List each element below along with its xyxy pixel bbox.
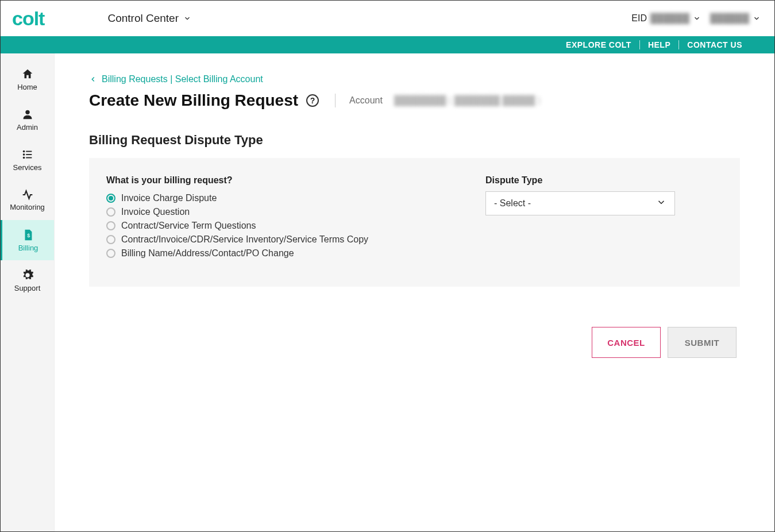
user-name: ██████ [710,13,749,24]
radio-icon [106,235,115,244]
sidebar-item-label: Admin [17,123,38,132]
help-link[interactable]: HELP [648,40,670,49]
svg-rect-6 [26,157,32,158]
radio-icon [106,194,115,203]
dispute-type-label: Dispute Type [485,175,687,186]
explore-link[interactable]: EXPLORE COLT [566,40,631,49]
radio-label: Invoice Question [121,207,190,217]
svg-text:$: $ [27,232,30,238]
user-dropdown[interactable]: ██████ [710,13,761,24]
account-label: Account [349,95,383,106]
gear-icon [21,269,34,282]
top-bar: colt Control Center EID ██████ ██████ [1,1,774,36]
app-switcher[interactable]: Control Center [107,12,191,25]
sidebar-item-admin[interactable]: Admin [1,99,54,140]
sidebar-item-monitoring[interactable]: Monitoring [1,180,54,220]
svg-point-1 [22,150,25,152]
divider [335,94,336,107]
radio-icon [106,207,115,217]
svg-point-5 [22,156,25,159]
sidebar-item-label: Home [17,83,37,91]
account-value: ████████ ( ███████ █████ ) [394,95,541,106]
svg-point-3 [22,153,25,156]
divider [639,40,640,49]
radio-icon [106,249,115,258]
home-icon [21,68,34,80]
sidebar: Home Admin Services Monitoring [1,53,55,531]
main-content: Billing Requests | Select Billing Accoun… [55,53,774,531]
radio-option-invoice-question[interactable]: Invoice Question [106,205,405,219]
radio-label: Contract/Service Term Questions [121,221,256,231]
eid-value: ██████ [650,13,689,24]
radio-option-invoice-charge-dispute[interactable]: Invoice Charge Dispute [106,191,405,205]
svg-rect-4 [26,154,32,155]
sidebar-item-billing[interactable]: $ Billing [1,220,54,260]
title-row: Create New Billing Request ? Account ███… [89,91,740,110]
radio-label: Invoice Charge Dispute [121,193,217,203]
sidebar-item-services[interactable]: Services [1,140,54,180]
divider [678,40,679,49]
svg-point-0 [25,110,29,114]
activity-icon [21,189,34,201]
contact-link[interactable]: CONTACT US [687,40,742,49]
chevron-down-icon [753,14,761,22]
chevron-down-icon [693,14,701,22]
button-label: CANCEL [607,338,645,348]
radio-icon [106,221,115,230]
button-label: SUBMIT [685,338,720,348]
chevron-left-icon [89,75,97,83]
select-value: - Select - [494,198,531,209]
chevron-down-icon [656,197,666,210]
teal-nav: EXPLORE COLT HELP CONTACT US [1,36,774,53]
eid-label: EID [631,13,647,24]
billing-icon: $ [22,229,34,241]
sidebar-item-label: Monitoring [10,203,45,211]
question-column: What is your billing request? Invoice Ch… [106,175,405,260]
brand-logo: colt [12,7,44,30]
breadcrumb-text: Billing Requests | Select Billing Accoun… [102,74,263,84]
dispute-type-column: Dispute Type - Select - [485,175,687,260]
form-panel: What is your billing request? Invoice Ch… [89,158,740,287]
submit-button[interactable]: SUBMIT [668,327,737,358]
sidebar-item-home[interactable]: Home [1,59,54,99]
app-switcher-label: Control Center [107,12,179,25]
user-icon [21,108,34,121]
eid-dropdown[interactable]: EID ██████ [631,13,701,24]
help-icon[interactable]: ? [306,94,319,107]
sidebar-item-support[interactable]: Support [1,260,54,300]
svg-rect-2 [26,151,32,152]
radio-option-copy[interactable]: Contract/Invoice/CDR/Service Inventory/S… [106,233,405,246]
question-label: What is your billing request? [106,175,405,186]
radio-label: Contract/Invoice/CDR/Service Inventory/S… [121,234,368,245]
top-right: EID ██████ ██████ [631,13,761,24]
section-title: Billing Request Dispute Type [89,133,740,148]
radio-label: Billing Name/Address/Contact/PO Change [121,248,294,259]
radio-option-billing-change[interactable]: Billing Name/Address/Contact/PO Change [106,246,405,260]
radio-option-contract-service-term[interactable]: Contract/Service Term Questions [106,219,405,233]
cancel-button[interactable]: CANCEL [592,327,661,358]
breadcrumb[interactable]: Billing Requests | Select Billing Accoun… [89,74,740,84]
dispute-type-select[interactable]: - Select - [485,191,675,215]
button-row: CANCEL SUBMIT [89,327,740,358]
chevron-down-icon [183,14,191,22]
sidebar-item-label: Billing [18,244,38,252]
list-icon [21,148,34,161]
sidebar-item-label: Services [13,163,42,172]
page-title: Create New Billing Request [89,91,298,110]
sidebar-item-label: Support [14,284,41,292]
